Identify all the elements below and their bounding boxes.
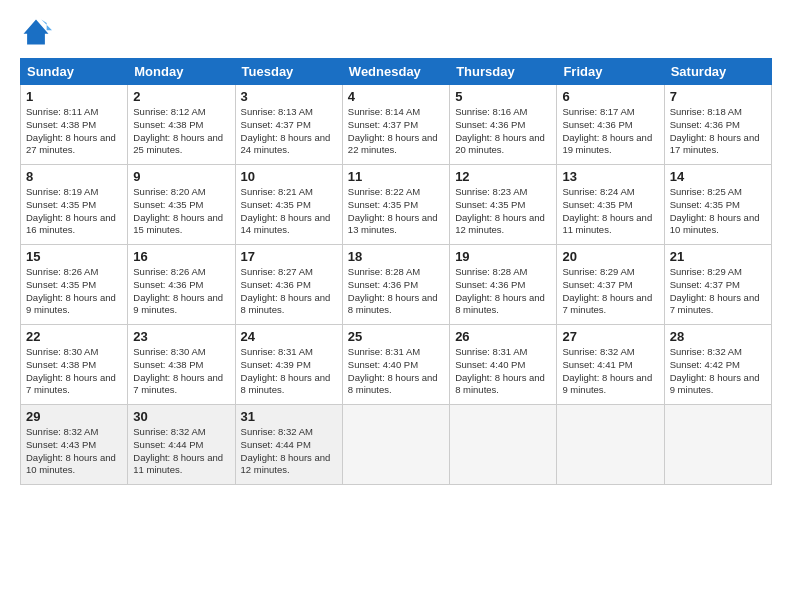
calendar-cell: 30Sunrise: 8:32 AMSunset: 4:44 PMDayligh… bbox=[128, 405, 235, 485]
calendar-cell: 25Sunrise: 8:31 AMSunset: 4:40 PMDayligh… bbox=[342, 325, 449, 405]
calendar-cell: 14Sunrise: 8:25 AMSunset: 4:35 PMDayligh… bbox=[664, 165, 771, 245]
calendar-cell: 19Sunrise: 8:28 AMSunset: 4:36 PMDayligh… bbox=[450, 245, 557, 325]
day-number: 12 bbox=[455, 169, 551, 184]
day-number: 11 bbox=[348, 169, 444, 184]
day-detail: Sunrise: 8:28 AMSunset: 4:36 PMDaylight:… bbox=[348, 266, 444, 317]
calendar-cell: 28Sunrise: 8:32 AMSunset: 4:42 PMDayligh… bbox=[664, 325, 771, 405]
day-number: 25 bbox=[348, 329, 444, 344]
weekday-header-sunday: Sunday bbox=[21, 59, 128, 85]
calendar-cell: 1Sunrise: 8:11 AMSunset: 4:38 PMDaylight… bbox=[21, 85, 128, 165]
day-detail: Sunrise: 8:16 AMSunset: 4:36 PMDaylight:… bbox=[455, 106, 551, 157]
calendar-cell: 16Sunrise: 8:26 AMSunset: 4:36 PMDayligh… bbox=[128, 245, 235, 325]
day-detail: Sunrise: 8:23 AMSunset: 4:35 PMDaylight:… bbox=[455, 186, 551, 237]
day-number: 9 bbox=[133, 169, 229, 184]
day-number: 14 bbox=[670, 169, 766, 184]
day-detail: Sunrise: 8:12 AMSunset: 4:38 PMDaylight:… bbox=[133, 106, 229, 157]
calendar-cell: 11Sunrise: 8:22 AMSunset: 4:35 PMDayligh… bbox=[342, 165, 449, 245]
calendar-cell: 18Sunrise: 8:28 AMSunset: 4:36 PMDayligh… bbox=[342, 245, 449, 325]
calendar-cell: 13Sunrise: 8:24 AMSunset: 4:35 PMDayligh… bbox=[557, 165, 664, 245]
day-number: 22 bbox=[26, 329, 122, 344]
logo-icon bbox=[20, 16, 52, 48]
calendar-cell: 3Sunrise: 8:13 AMSunset: 4:37 PMDaylight… bbox=[235, 85, 342, 165]
day-number: 17 bbox=[241, 249, 337, 264]
calendar-cell: 8Sunrise: 8:19 AMSunset: 4:35 PMDaylight… bbox=[21, 165, 128, 245]
calendar-table: SundayMondayTuesdayWednesdayThursdayFrid… bbox=[20, 58, 772, 485]
day-number: 27 bbox=[562, 329, 658, 344]
day-detail: Sunrise: 8:13 AMSunset: 4:37 PMDaylight:… bbox=[241, 106, 337, 157]
calendar-cell bbox=[557, 405, 664, 485]
weekday-header-thursday: Thursday bbox=[450, 59, 557, 85]
day-detail: Sunrise: 8:31 AMSunset: 4:40 PMDaylight:… bbox=[348, 346, 444, 397]
calendar-cell: 31Sunrise: 8:32 AMSunset: 4:44 PMDayligh… bbox=[235, 405, 342, 485]
day-detail: Sunrise: 8:29 AMSunset: 4:37 PMDaylight:… bbox=[562, 266, 658, 317]
day-number: 28 bbox=[670, 329, 766, 344]
header bbox=[20, 16, 772, 48]
calendar-cell: 12Sunrise: 8:23 AMSunset: 4:35 PMDayligh… bbox=[450, 165, 557, 245]
day-detail: Sunrise: 8:30 AMSunset: 4:38 PMDaylight:… bbox=[26, 346, 122, 397]
page: SundayMondayTuesdayWednesdayThursdayFrid… bbox=[0, 0, 792, 612]
day-number: 19 bbox=[455, 249, 551, 264]
day-number: 10 bbox=[241, 169, 337, 184]
day-detail: Sunrise: 8:22 AMSunset: 4:35 PMDaylight:… bbox=[348, 186, 444, 237]
day-number: 8 bbox=[26, 169, 122, 184]
day-detail: Sunrise: 8:28 AMSunset: 4:36 PMDaylight:… bbox=[455, 266, 551, 317]
day-detail: Sunrise: 8:32 AMSunset: 4:43 PMDaylight:… bbox=[26, 426, 122, 477]
day-detail: Sunrise: 8:25 AMSunset: 4:35 PMDaylight:… bbox=[670, 186, 766, 237]
day-number: 26 bbox=[455, 329, 551, 344]
day-number: 2 bbox=[133, 89, 229, 104]
calendar-cell: 24Sunrise: 8:31 AMSunset: 4:39 PMDayligh… bbox=[235, 325, 342, 405]
day-number: 31 bbox=[241, 409, 337, 424]
calendar-cell: 20Sunrise: 8:29 AMSunset: 4:37 PMDayligh… bbox=[557, 245, 664, 325]
week-row-3: 15Sunrise: 8:26 AMSunset: 4:35 PMDayligh… bbox=[21, 245, 772, 325]
day-detail: Sunrise: 8:26 AMSunset: 4:36 PMDaylight:… bbox=[133, 266, 229, 317]
day-detail: Sunrise: 8:32 AMSunset: 4:44 PMDaylight:… bbox=[133, 426, 229, 477]
day-number: 6 bbox=[562, 89, 658, 104]
calendar-cell: 26Sunrise: 8:31 AMSunset: 4:40 PMDayligh… bbox=[450, 325, 557, 405]
day-number: 4 bbox=[348, 89, 444, 104]
week-row-2: 8Sunrise: 8:19 AMSunset: 4:35 PMDaylight… bbox=[21, 165, 772, 245]
calendar-cell: 17Sunrise: 8:27 AMSunset: 4:36 PMDayligh… bbox=[235, 245, 342, 325]
calendar-cell: 29Sunrise: 8:32 AMSunset: 4:43 PMDayligh… bbox=[21, 405, 128, 485]
day-detail: Sunrise: 8:11 AMSunset: 4:38 PMDaylight:… bbox=[26, 106, 122, 157]
day-number: 20 bbox=[562, 249, 658, 264]
calendar-cell: 15Sunrise: 8:26 AMSunset: 4:35 PMDayligh… bbox=[21, 245, 128, 325]
day-detail: Sunrise: 8:32 AMSunset: 4:42 PMDaylight:… bbox=[670, 346, 766, 397]
week-row-5: 29Sunrise: 8:32 AMSunset: 4:43 PMDayligh… bbox=[21, 405, 772, 485]
day-number: 24 bbox=[241, 329, 337, 344]
day-detail: Sunrise: 8:30 AMSunset: 4:38 PMDaylight:… bbox=[133, 346, 229, 397]
weekday-header-saturday: Saturday bbox=[664, 59, 771, 85]
calendar-cell bbox=[450, 405, 557, 485]
day-number: 7 bbox=[670, 89, 766, 104]
calendar-cell: 4Sunrise: 8:14 AMSunset: 4:37 PMDaylight… bbox=[342, 85, 449, 165]
day-number: 23 bbox=[133, 329, 229, 344]
week-row-4: 22Sunrise: 8:30 AMSunset: 4:38 PMDayligh… bbox=[21, 325, 772, 405]
calendar-cell: 10Sunrise: 8:21 AMSunset: 4:35 PMDayligh… bbox=[235, 165, 342, 245]
day-number: 13 bbox=[562, 169, 658, 184]
day-number: 15 bbox=[26, 249, 122, 264]
logo bbox=[20, 16, 56, 48]
day-number: 1 bbox=[26, 89, 122, 104]
weekday-header-tuesday: Tuesday bbox=[235, 59, 342, 85]
day-detail: Sunrise: 8:20 AMSunset: 4:35 PMDaylight:… bbox=[133, 186, 229, 237]
weekday-header-monday: Monday bbox=[128, 59, 235, 85]
calendar-cell: 5Sunrise: 8:16 AMSunset: 4:36 PMDaylight… bbox=[450, 85, 557, 165]
day-detail: Sunrise: 8:17 AMSunset: 4:36 PMDaylight:… bbox=[562, 106, 658, 157]
day-detail: Sunrise: 8:31 AMSunset: 4:40 PMDaylight:… bbox=[455, 346, 551, 397]
day-number: 18 bbox=[348, 249, 444, 264]
day-detail: Sunrise: 8:19 AMSunset: 4:35 PMDaylight:… bbox=[26, 186, 122, 237]
day-detail: Sunrise: 8:32 AMSunset: 4:44 PMDaylight:… bbox=[241, 426, 337, 477]
calendar-cell bbox=[664, 405, 771, 485]
svg-marker-0 bbox=[24, 20, 49, 45]
day-detail: Sunrise: 8:31 AMSunset: 4:39 PMDaylight:… bbox=[241, 346, 337, 397]
day-number: 5 bbox=[455, 89, 551, 104]
day-number: 29 bbox=[26, 409, 122, 424]
day-detail: Sunrise: 8:21 AMSunset: 4:35 PMDaylight:… bbox=[241, 186, 337, 237]
day-number: 3 bbox=[241, 89, 337, 104]
week-row-1: 1Sunrise: 8:11 AMSunset: 4:38 PMDaylight… bbox=[21, 85, 772, 165]
calendar-cell: 23Sunrise: 8:30 AMSunset: 4:38 PMDayligh… bbox=[128, 325, 235, 405]
calendar-cell: 21Sunrise: 8:29 AMSunset: 4:37 PMDayligh… bbox=[664, 245, 771, 325]
day-detail: Sunrise: 8:24 AMSunset: 4:35 PMDaylight:… bbox=[562, 186, 658, 237]
day-detail: Sunrise: 8:29 AMSunset: 4:37 PMDaylight:… bbox=[670, 266, 766, 317]
calendar-cell: 22Sunrise: 8:30 AMSunset: 4:38 PMDayligh… bbox=[21, 325, 128, 405]
calendar-cell: 9Sunrise: 8:20 AMSunset: 4:35 PMDaylight… bbox=[128, 165, 235, 245]
